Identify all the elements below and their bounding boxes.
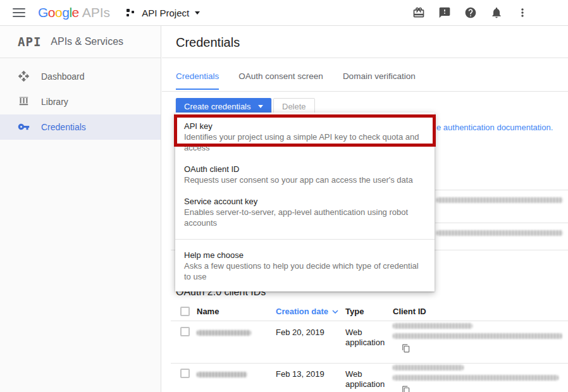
more-vert-icon[interactable] [516,6,529,19]
create-credentials-menu: API key Identifies your project using a … [175,113,435,291]
column-header-client-id[interactable]: Client ID [393,307,426,316]
copy-icon[interactable] [402,344,411,353]
sidebar-item-label: Dashboard [41,71,85,82]
project-selector[interactable]: API Project [127,8,200,18]
divider [435,223,568,223]
divider [175,239,435,240]
menu-item-description: Identifies your project using a simple A… [184,132,426,153]
redacted-text [393,333,562,339]
menu-item-title: OAuth client ID [184,164,426,175]
copy-icon[interactable] [402,386,411,392]
redacted-text [436,230,563,236]
dashboard-icon [18,70,30,83]
redacted-text [393,375,559,381]
chevron-down-icon [258,105,263,108]
menu-item-title: Help me choose [184,250,426,260]
project-icon [127,8,136,18]
menu-item-help-me-choose[interactable]: Help me choose Asks a few questions to h… [175,245,435,288]
api-product-logo: API [18,35,41,49]
chevron-down-icon [195,11,200,15]
sidebar-item-library[interactable]: Library [0,89,161,114]
redacted-text [393,323,472,329]
menu-item-title: Service account key [184,196,426,207]
type-cell: Web application [345,328,392,348]
divider [171,321,568,321]
top-bar: Google APIs API Project [0,0,568,26]
redacted-text [197,372,247,377]
redacted-text [197,330,251,336]
creation-date-cell: Feb 20, 2019 [276,328,324,337]
sidebar-item-label: Library [41,97,68,107]
tab-credentials[interactable]: Credentials [176,71,219,90]
column-header-name[interactable]: Name [197,307,219,316]
type-cell: Web application [345,369,392,389]
creation-date-label: Creation date [276,307,328,316]
sidebar-title: APIs & Services [51,36,123,47]
sidebar-item-credentials[interactable]: Credentials [0,114,161,140]
menu-icon[interactable] [13,8,25,17]
page-title: Credentials [176,35,240,50]
sidebar-item-dashboard[interactable]: Dashboard [0,64,161,89]
logo-letter: g [62,5,69,20]
feedback-icon[interactable] [438,6,451,19]
google-apis-logo[interactable]: Google APIs [38,5,110,20]
logo-letter: o [55,5,62,20]
avatar[interactable] [542,3,562,23]
menu-item-oauth-client-id[interactable]: OAuth client ID Requests user consent so… [175,159,435,191]
logo-letter: o [48,5,55,20]
library-icon [18,95,30,108]
redacted-text [393,365,464,371]
logo-suffix: APIs [82,5,110,20]
logo-letter: G [38,5,48,20]
key-icon [18,121,30,133]
logo-letter: e [72,5,79,20]
menu-item-description: Requests user consent so your app can ac… [184,175,426,185]
gift-icon[interactable] [412,6,425,19]
divider [171,363,568,364]
sort-chevron-icon [332,310,338,314]
menu-item-title: API key [184,121,426,132]
notifications-icon[interactable] [490,6,503,19]
creation-date-cell: Feb 13, 2019 [276,369,324,379]
divider [435,190,568,190]
menu-item-service-account-key[interactable]: Service account key Enables server-to-se… [175,191,435,234]
menu-item-description: Enables server-to-server, app-level auth… [184,207,426,228]
select-all-checkbox[interactable] [180,307,190,316]
column-header-type[interactable]: Type [345,307,364,316]
divider [162,91,568,92]
create-credentials-label: Create credentials [184,102,251,111]
sidebar-item-label: Credentials [41,122,86,132]
project-label: API Project [142,8,189,18]
help-icon[interactable] [464,6,477,19]
tab-domain-verification[interactable]: Domain verification [343,71,416,90]
sidebar: API APIs & Services Dashboard Library Cr… [0,26,161,392]
main-content: Credentials Credentials OAuth consent sc… [162,26,568,392]
divider [162,58,568,58]
menu-item-description: Asks a few questions to help you decide … [184,260,426,282]
authentication-documentation-link[interactable]: e authentication documentation. [436,123,553,132]
row-checkbox[interactable] [180,327,190,336]
column-header-creation-date[interactable]: Creation date [276,307,338,316]
tab-oauth-consent-screen[interactable]: OAuth consent screen [238,71,323,90]
sidebar-header: API APIs & Services [0,26,161,58]
menu-item-api-key[interactable]: API key Identifies your project using a … [175,116,435,159]
tab-bar: Credentials OAuth consent screen Domain … [176,71,416,90]
redacted-text [436,197,563,203]
row-checkbox[interactable] [180,369,190,378]
